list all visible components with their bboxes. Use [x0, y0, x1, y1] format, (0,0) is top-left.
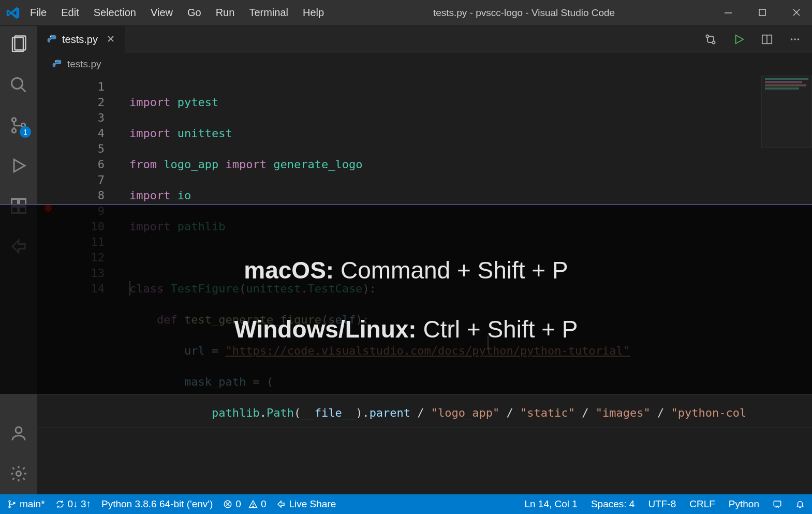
status-eol[interactable]: CRLF: [689, 498, 715, 510]
menu-view[interactable]: View: [151, 7, 173, 19]
status-cursor-position[interactable]: Ln 14, Col 1: [524, 498, 577, 510]
svg-point-17: [17, 472, 21, 476]
svg-point-8: [12, 118, 16, 122]
status-feedback-icon[interactable]: [773, 500, 782, 509]
svg-marker-11: [14, 159, 25, 172]
scm-badge: 1: [20, 126, 31, 138]
settings-gear-icon[interactable]: [9, 464, 28, 483]
vscode-logo-icon: [5, 5, 21, 21]
menu-help[interactable]: Help: [303, 7, 324, 19]
titlebar: File Edit Selection View Go Run Terminal…: [0, 0, 812, 26]
svg-point-21: [706, 35, 709, 38]
maximize-icon[interactable]: [758, 8, 767, 18]
python-file-icon: [47, 34, 57, 45]
account-icon[interactable]: [9, 424, 28, 443]
svg-point-28: [798, 38, 800, 40]
explorer-icon[interactable]: [9, 35, 28, 54]
overlay-win-line: Windows/Linux: Ctrl + Shift + P: [234, 315, 578, 343]
compare-changes-icon[interactable]: [704, 33, 717, 46]
menu-terminal[interactable]: Terminal: [249, 7, 288, 19]
status-indent[interactable]: Spaces: 4: [591, 498, 635, 510]
python-file-icon: [52, 59, 62, 69]
svg-rect-38: [774, 501, 781, 506]
status-branch[interactable]: main*: [7, 498, 45, 510]
status-notifications-icon[interactable]: [795, 500, 805, 509]
panel[interactable]: [37, 428, 812, 494]
svg-line-7: [21, 87, 26, 92]
minimap[interactable]: [761, 76, 812, 148]
search-icon[interactable]: [9, 76, 28, 94]
breadcrumb[interactable]: tests.py: [37, 53, 812, 76]
svg-point-30: [9, 501, 10, 502]
status-language[interactable]: Python: [729, 498, 759, 510]
menu-selection[interactable]: Selection: [94, 7, 136, 19]
close-icon[interactable]: [792, 8, 802, 18]
menu-go[interactable]: Go: [187, 7, 201, 19]
tab-close-icon[interactable]: [107, 35, 115, 43]
statusbar: main* 0↓ 3↑ Python 3.8.6 64-bit ('env') …: [0, 494, 812, 514]
shortcut-overlay: macOS: Command + Shift + P Windows/Linux…: [0, 204, 812, 394]
overlay-mac-line: macOS: Command + Shift + P: [244, 256, 568, 284]
window-title: tests.py - pvscc-logo - Visual Studio Co…: [324, 7, 724, 19]
svg-point-16: [16, 427, 22, 433]
status-liveshare[interactable]: Live Share: [276, 498, 336, 510]
source-control-icon[interactable]: 1: [9, 116, 28, 135]
svg-point-22: [713, 41, 715, 44]
svg-rect-1: [759, 9, 765, 16]
breadcrumb-file: tests.py: [67, 58, 101, 70]
more-actions-icon[interactable]: [789, 34, 801, 45]
svg-point-6: [12, 78, 23, 89]
minimize-icon[interactable]: [724, 8, 733, 18]
tab-tests-py[interactable]: tests.py: [37, 26, 125, 53]
svg-point-29: [55, 61, 56, 62]
status-problems[interactable]: 0 0: [223, 498, 266, 510]
run-file-icon[interactable]: [733, 34, 745, 45]
svg-marker-23: [736, 35, 744, 44]
svg-point-37: [253, 506, 254, 507]
menu-run[interactable]: Run: [216, 7, 235, 19]
split-editor-icon[interactable]: [761, 34, 773, 45]
svg-point-9: [12, 129, 16, 133]
main-menu: File Edit Selection View Go Run Terminal…: [30, 7, 324, 19]
svg-point-31: [9, 506, 10, 508]
menu-file[interactable]: File: [30, 7, 47, 19]
tab-label: tests.py: [62, 34, 98, 46]
tabs: tests.py: [37, 26, 812, 53]
status-encoding[interactable]: UTF-8: [648, 498, 676, 510]
run-debug-icon[interactable]: [9, 156, 28, 175]
svg-point-27: [794, 38, 796, 40]
svg-point-26: [791, 38, 793, 40]
menu-edit[interactable]: Edit: [61, 7, 79, 19]
status-sync[interactable]: 0↓ 3↑: [55, 498, 91, 510]
status-interpreter[interactable]: Python 3.8.6 64-bit ('env'): [101, 498, 213, 510]
svg-point-18: [50, 36, 51, 37]
